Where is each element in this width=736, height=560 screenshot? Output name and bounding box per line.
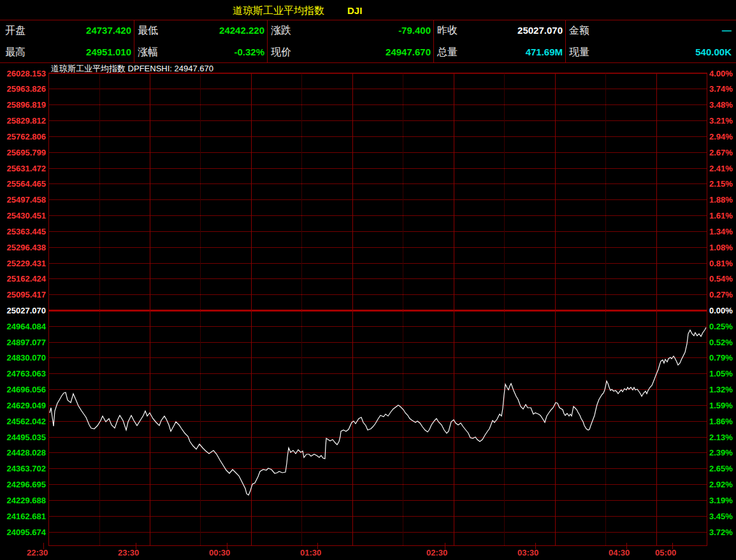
percent-axis-label-right: 2.65% (709, 464, 733, 473)
percent-axis-label-right: 1.08% (709, 243, 733, 252)
stat-value-last-price: 24947.670 (386, 47, 431, 57)
percent-axis-label-right: 0.81% (709, 259, 733, 268)
h-gridline (48, 500, 707, 501)
header-divider (565, 20, 566, 62)
price-axis-label-left: 24763.063 (7, 370, 46, 378)
h-gridline (48, 168, 707, 169)
percent-axis-label-right: 1.05% (709, 370, 733, 378)
price-axis-label-left: 25631.472 (7, 164, 46, 173)
h-gridline (48, 437, 707, 438)
v-gridline-halfhour (403, 73, 403, 545)
h-gridline (48, 136, 707, 137)
h-gridline (48, 421, 707, 422)
price-axis-label-left: 25430.451 (7, 212, 46, 220)
stat-label-low: 最低 (138, 24, 158, 38)
stat-label-amount: 金额 (569, 24, 589, 38)
h-gridline (48, 452, 707, 453)
price-axis-label-left: 25564.465 (7, 180, 46, 188)
price-axis-label-left: 24629.049 (7, 401, 46, 410)
price-axis-label-left: 24495.035 (7, 433, 46, 442)
h-gridline (48, 405, 707, 406)
percent-axis-label-right: 1.32% (709, 385, 733, 394)
percent-axis-label-right: 1.34% (709, 227, 733, 236)
stat-value-prev-close: 25027.070 (517, 25, 563, 36)
price-axis-label-left: 25095.417 (7, 291, 46, 299)
percent-axis-label-right: 2.94% (709, 133, 733, 141)
stat-label-open: 开盘 (5, 24, 25, 38)
v-gridline-hour (251, 73, 252, 545)
price-axis-label-left: 24162.681 (7, 512, 46, 521)
price-axis-label-left: 25497.458 (7, 196, 46, 204)
time-axis-label: 22:30 (27, 548, 48, 557)
percent-axis-label-right: 2.39% (709, 449, 733, 457)
stat-value-current-volume: 540.00K (695, 47, 732, 57)
h-gridline (48, 326, 707, 327)
plot-border-bottom (48, 545, 707, 546)
stat-value-amount: — (722, 25, 732, 36)
percent-axis-label-right: 0.25% (709, 322, 733, 331)
v-gridline-hour (555, 73, 556, 545)
percent-axis-label-right: 3.19% (709, 496, 733, 505)
percent-axis-label-right: 2.13% (709, 433, 733, 442)
h-gridline (48, 215, 707, 216)
v-gridline-hour (656, 73, 657, 545)
h-gridline (48, 120, 707, 121)
v-gridline-halfhour (200, 73, 201, 545)
stat-value-total-volume: 471.69M (526, 47, 563, 57)
h-gridline (48, 342, 707, 343)
price-axis-label-left: 24562.042 (7, 417, 46, 426)
percent-axis-label-right: 1.86% (709, 417, 733, 426)
price-axis-label-left: 26028.153 (7, 69, 46, 78)
h-gridline (48, 389, 707, 390)
h-gridline (48, 89, 707, 89)
stat-label-last-price: 现价 (271, 46, 291, 59)
time-axis-label: 00:30 (209, 548, 230, 557)
price-axis-label-left: 25963.826 (7, 85, 46, 93)
price-axis-label-left: 25896.819 (7, 101, 46, 109)
percent-axis-label-right: 1.88% (709, 196, 733, 204)
h-gridline (48, 294, 707, 295)
h-gridline (48, 73, 707, 74)
stat-value-high: 24951.010 (86, 47, 131, 57)
h-gridline (48, 532, 707, 533)
percent-axis-label-right: 3.21% (709, 117, 733, 125)
stat-label-change: 涨跌 (271, 24, 291, 38)
h-gridline (48, 484, 707, 485)
h-gridline (48, 247, 707, 248)
stat-label-high: 最高 (5, 46, 25, 59)
h-gridline (48, 357, 707, 358)
price-axis-label-left: 25027.070 (7, 306, 46, 315)
percent-axis-label-right: 0.00% (709, 306, 733, 315)
percent-axis-label-right: 3.72% (709, 528, 733, 536)
stat-label-change-percent: 涨幅 (138, 46, 158, 59)
price-axis-label-left: 24296.695 (7, 480, 46, 489)
price-axis-label-left: 25162.424 (7, 275, 46, 283)
v-gridline-hour (454, 73, 454, 545)
v-gridline-hour (352, 73, 353, 545)
price-axis-label-left: 25695.799 (7, 148, 46, 157)
time-axis-label: 05:00 (655, 548, 676, 557)
header-divider (267, 20, 268, 62)
h-gridline (48, 183, 707, 184)
h-gridline (48, 199, 707, 200)
stat-label-total-volume: 总量 (437, 46, 458, 59)
stat-value-open: 24737.420 (86, 25, 131, 36)
price-axis-label-left: 24964.084 (7, 322, 46, 331)
h-gridline (48, 263, 707, 264)
v-gridline-halfhour (504, 73, 505, 545)
time-axis-label: 01:30 (300, 548, 321, 557)
price-axis-label-left: 25229.431 (7, 259, 46, 268)
percent-axis-label-right: 3.74% (709, 85, 733, 93)
header-divider (134, 20, 134, 62)
price-axis-label-left: 25829.812 (7, 117, 46, 125)
percent-axis-label-right: 0.54% (709, 275, 733, 283)
stat-label-current-volume: 现量 (569, 46, 589, 59)
stat-value-change-percent: -0.32% (234, 47, 264, 57)
percent-axis-label-right: 2.15% (709, 180, 733, 188)
price-axis-label-left: 24696.056 (7, 385, 46, 394)
v-gridline-halfhour (605, 73, 606, 545)
price-axis-label-left: 25762.806 (7, 133, 46, 141)
h-gridline (48, 516, 707, 517)
price-axis-label-left: 24897.077 (7, 338, 46, 347)
header-divider (433, 20, 434, 62)
